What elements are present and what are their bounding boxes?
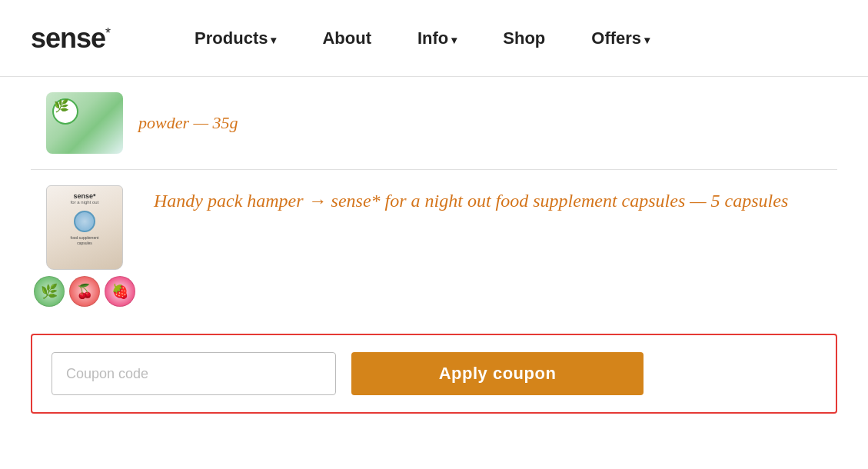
chevron-down-icon-3: ▾: [644, 34, 650, 46]
nav-info-label: Info: [417, 28, 448, 48]
nav-info[interactable]: Info▾: [394, 28, 480, 48]
main-content: powder — 35g sense* for a night out food…: [0, 77, 868, 414]
product-row-1: powder — 35g: [31, 77, 837, 170]
product-image-wrap-1: [31, 92, 138, 154]
logo[interactable]: sense*: [31, 22, 110, 55]
bag-text: food supplementcapsules: [71, 235, 99, 246]
product-image-1: [46, 92, 123, 154]
bag-logo: sense*: [73, 192, 95, 200]
badge-2: 🍒: [69, 276, 100, 307]
nav-products[interactable]: Products▾: [171, 28, 299, 48]
nav-offers-label: Offers: [591, 28, 641, 48]
badge-row: 🌿 🍒 🍓: [34, 276, 135, 307]
header: sense* Products▾ About Info▾ Shop Offers…: [0, 0, 868, 77]
chevron-down-icon: ▾: [271, 34, 276, 46]
nav-shop[interactable]: Shop: [480, 28, 568, 48]
nav-shop-label: Shop: [503, 28, 545, 48]
product-title-2[interactable]: Handy pack hamper → sense* for a night o…: [138, 185, 788, 213]
logo-text: sense: [31, 22, 105, 54]
nav-products-label: Products: [195, 28, 268, 48]
product-bag: sense* for a night out food supplementca…: [46, 185, 123, 270]
chevron-down-icon-2: ▾: [451, 34, 457, 46]
product-title-1[interactable]: powder — 35g: [138, 113, 238, 133]
badge-1: 🌿: [34, 276, 65, 307]
bag-icon: [74, 211, 95, 232]
logo-star: *: [105, 25, 110, 41]
badge-3: 🍓: [105, 276, 135, 307]
product-image-wrap-2: sense* for a night out food supplementca…: [31, 185, 138, 307]
nav-offers[interactable]: Offers▾: [568, 28, 673, 48]
coupon-section: Apply coupon: [31, 334, 837, 414]
bag-subtitle: for a night out: [71, 200, 99, 206]
apply-coupon-button[interactable]: Apply coupon: [351, 352, 644, 395]
product-row-2: sense* for a night out food supplementca…: [31, 170, 837, 322]
main-nav: Products▾ About Info▾ Shop Offers▾: [171, 28, 673, 48]
nav-about-label: About: [322, 28, 371, 48]
coupon-code-input[interactable]: [52, 352, 336, 395]
nav-about[interactable]: About: [299, 28, 394, 48]
